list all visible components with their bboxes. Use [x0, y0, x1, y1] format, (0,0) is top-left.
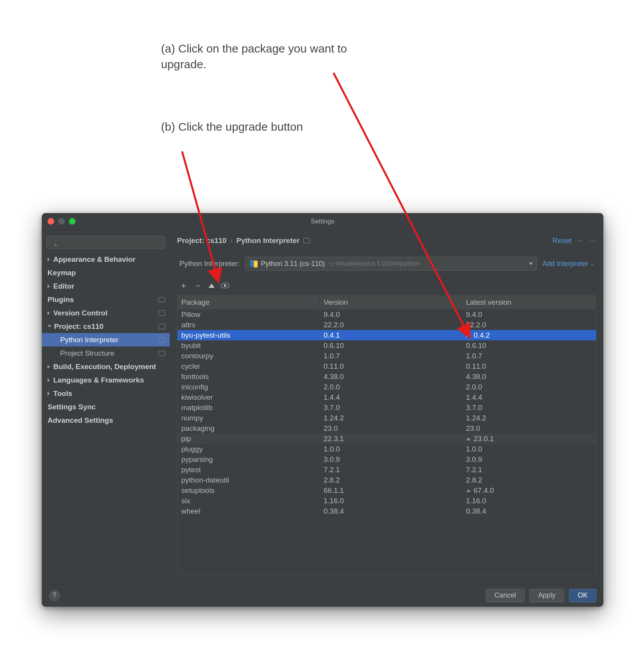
sidebar-item[interactable]: Project: cs110: [42, 320, 170, 333]
cell-latest: 1.24.2: [462, 413, 596, 423]
ok-button[interactable]: OK: [569, 589, 596, 602]
add-package-button[interactable]: ＋: [179, 280, 188, 291]
sidebar-item[interactable]: Appearance & Behavior: [42, 253, 170, 266]
interpreter-label: Python Interpreter:: [179, 259, 240, 268]
cell-version: 66.1.1: [320, 485, 462, 496]
sidebar-item[interactable]: Tools: [42, 387, 170, 400]
latest-label: 0.4.2: [474, 331, 490, 340]
sidebar-item[interactable]: Python Interpreter: [42, 333, 170, 346]
table-row[interactable]: kiwisolver1.4.41.4.4: [177, 392, 596, 402]
cell-version: 23.0: [320, 423, 462, 433]
cell-latest: 1.0.7: [462, 351, 596, 361]
cell-latest: 22.2.0: [462, 320, 596, 330]
cell-package: fonttools: [177, 371, 320, 382]
project-scope-icon: [303, 238, 310, 243]
cell-version: 2.0.0: [320, 382, 462, 392]
table-row[interactable]: fonttools4.38.04.38.0: [177, 371, 596, 382]
sidebar-item-label: Project: cs110: [54, 322, 104, 331]
breadcrumb-page: Python Interpreter: [237, 236, 300, 245]
latest-label: 67.4.0: [474, 486, 494, 495]
table-row[interactable]: Pillow9.4.09.4.0: [177, 309, 596, 320]
table-row[interactable]: setuptools66.1.167.4.0: [177, 485, 596, 496]
maximize-button[interactable]: [69, 218, 76, 225]
latest-label: 1.4.4: [466, 393, 482, 402]
upgrade-available-icon: [466, 437, 471, 440]
cell-version: 0.4.1: [320, 330, 462, 340]
header-package[interactable]: Package: [177, 295, 320, 309]
apply-button[interactable]: Apply: [529, 589, 564, 602]
settings-sidebar: Appearance & BehaviorKeymapEditorPlugins…: [42, 230, 170, 584]
header-version[interactable]: Version: [320, 295, 462, 309]
sidebar-item[interactable]: Plugins: [42, 293, 170, 306]
table-row[interactable]: byubit0.6.100.6.10: [177, 340, 596, 351]
table-row[interactable]: packaging23.023.0: [177, 423, 596, 433]
cell-package: cycler: [177, 361, 320, 371]
cell-version: 0.11.0: [320, 361, 462, 371]
cell-version: 1.0.7: [320, 351, 462, 361]
sidebar-item[interactable]: Settings Sync: [42, 400, 170, 414]
cell-package: pyparsing: [177, 454, 320, 465]
table-row[interactable]: pyparsing3.0.93.0.9: [177, 454, 596, 465]
forward-button[interactable]: →: [588, 236, 596, 246]
remove-package-button[interactable]: －: [194, 280, 202, 291]
sidebar-item[interactable]: Keymap: [42, 266, 170, 279]
sidebar-item-label: Languages & Frameworks: [53, 376, 144, 384]
latest-label: 7.2.1: [466, 466, 482, 474]
sidebar-item-label: Advanced Settings: [48, 416, 113, 425]
project-scope-icon: [158, 297, 165, 302]
window-title: Settings: [311, 218, 334, 225]
help-button[interactable]: ?: [49, 590, 60, 601]
table-row[interactable]: pluggy1.0.01.0.0: [177, 444, 596, 454]
table-row[interactable]: attrs22.2.022.2.0: [177, 320, 596, 330]
latest-label: 1.16.0: [466, 497, 486, 505]
table-row[interactable]: six1.16.01.16.0: [177, 496, 596, 506]
latest-label: 1.24.2: [466, 414, 486, 422]
latest-label: 0.38.4: [466, 507, 486, 515]
back-button[interactable]: ←: [576, 236, 585, 246]
python-icon: [250, 260, 258, 268]
table-row[interactable]: byu-pytest-utils0.4.10.4.2: [177, 330, 596, 340]
add-interpreter-link[interactable]: Add Interpreter ⌄: [542, 260, 594, 268]
sidebar-item[interactable]: Languages & Frameworks: [42, 373, 170, 387]
search-input[interactable]: [46, 236, 165, 249]
sidebar-item[interactable]: Editor: [42, 279, 170, 293]
latest-label: 1.0.0: [466, 445, 482, 453]
table-row[interactable]: numpy1.24.21.24.2: [177, 413, 596, 423]
upgrade-package-button[interactable]: [209, 284, 215, 288]
latest-label: 2.8.2: [466, 476, 482, 484]
cell-package: six: [177, 496, 320, 506]
latest-label: 4.38.0: [466, 373, 486, 381]
cell-latest: 1.4.4: [462, 392, 596, 402]
cell-package: Pillow: [177, 309, 320, 320]
interpreter-select[interactable]: Python 3.11 (cs-110) ~/.virtualenvs/cs-1…: [245, 257, 537, 271]
sidebar-item[interactable]: Project Structure: [42, 346, 170, 360]
latest-label: 22.2.0: [466, 321, 486, 329]
cell-version: 3.0.9: [320, 454, 462, 465]
show-early-releases-button[interactable]: [221, 283, 229, 288]
cell-version: 9.4.0: [320, 309, 462, 320]
table-row[interactable]: iniconfig2.0.02.0.0: [177, 382, 596, 392]
table-row[interactable]: matplotlib3.7.03.7.0: [177, 402, 596, 413]
table-row[interactable]: wheel0.38.40.38.4: [177, 506, 596, 516]
close-button[interactable]: [48, 218, 54, 225]
table-row[interactable]: contourpy1.0.71.0.7: [177, 351, 596, 361]
sidebar-item[interactable]: Build, Execution, Deployment: [42, 360, 170, 373]
chevron-down-icon: ⌄: [590, 261, 594, 266]
latest-label: 23.0: [466, 424, 480, 433]
sidebar-item[interactable]: Advanced Settings: [42, 414, 170, 427]
table-row[interactable]: pip22.3.123.0.1: [177, 433, 596, 444]
breadcrumb-project[interactable]: Project: cs110: [177, 236, 227, 245]
cell-package: matplotlib: [177, 402, 320, 413]
latest-label: 0.6.10: [466, 341, 486, 350]
cell-package: iniconfig: [177, 382, 320, 392]
main-panel: Project: cs110 › Python Interpreter Rese…: [170, 230, 603, 584]
cell-package: pluggy: [177, 444, 320, 454]
table-row[interactable]: cycler0.11.00.11.0: [177, 361, 596, 371]
table-row[interactable]: python-dateutil2.8.22.8.2: [177, 475, 596, 485]
cancel-button[interactable]: Cancel: [486, 589, 525, 602]
reset-link[interactable]: Reset: [552, 236, 572, 245]
header-latest[interactable]: Latest version: [462, 295, 596, 309]
minimize-button[interactable]: [58, 218, 65, 225]
sidebar-item[interactable]: Version Control: [42, 306, 170, 320]
table-row[interactable]: pytest7.2.17.2.1: [177, 465, 596, 475]
